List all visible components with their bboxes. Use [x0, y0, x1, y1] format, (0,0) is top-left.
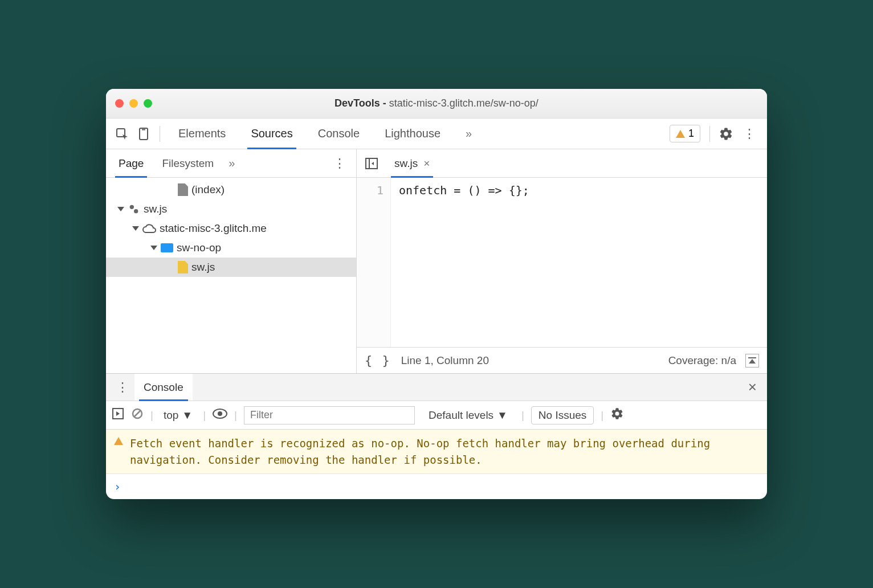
drawer-menu-icon[interactable]: ⋮ [111, 380, 134, 395]
issues-button[interactable]: No Issues [531, 406, 594, 424]
context-selector[interactable]: top ▼ [160, 407, 196, 424]
tree-label: sw-no-op [177, 242, 221, 254]
cloud-icon [142, 223, 156, 234]
separator [160, 126, 160, 142]
gears-icon [128, 203, 140, 215]
tree-worker-swjs[interactable]: sw.js [106, 199, 356, 219]
scroll-to-top-icon[interactable] [745, 354, 759, 368]
expand-icon [150, 246, 157, 250]
levels-selector[interactable]: Default levels ▼ [422, 407, 515, 424]
expand-icon [117, 207, 124, 211]
cursor-position: Line 1, Column 20 [401, 354, 489, 367]
warnings-badge[interactable]: 1 [670, 125, 700, 142]
tab-lighthouse[interactable]: Lighthouse [372, 119, 453, 149]
console-prompt[interactable]: › [106, 474, 767, 499]
editor-tab-swjs[interactable]: sw.js × [389, 149, 435, 177]
tree-folder[interactable]: sw-no-op [106, 238, 356, 258]
more-subtabs-icon[interactable]: » [224, 157, 239, 170]
warning-message-text: Fetch event handler is recognized as no-… [130, 435, 759, 468]
folder-icon [161, 243, 173, 252]
show-navigator-icon[interactable] [361, 153, 382, 174]
navigator-menu-icon[interactable]: ⋮ [328, 156, 352, 171]
sources-navigator: Page Filesystem » ⋮ (index) [106, 149, 357, 373]
window-title: DevTools - static-misc-3.glitch.me/sw-no… [106, 97, 767, 109]
tree-domain[interactable]: static-misc-3.glitch.me [106, 219, 356, 238]
settings-icon[interactable] [716, 124, 736, 144]
close-drawer-icon[interactable]: × [743, 378, 762, 396]
tree-label: sw.js [144, 203, 167, 215]
console-settings-icon[interactable] [610, 407, 624, 423]
file-icon [178, 183, 188, 196]
close-window-button[interactable] [115, 99, 124, 108]
svg-point-11 [218, 411, 222, 416]
close-tab-icon[interactable]: × [423, 157, 430, 170]
editor-statusbar: { } Line 1, Column 20 Coverage: n/a [357, 347, 767, 373]
clear-console-icon[interactable] [131, 407, 144, 423]
more-tabs-icon[interactable]: » [453, 119, 484, 149]
device-toolbar-icon[interactable] [133, 124, 154, 144]
tab-console[interactable]: Console [305, 119, 372, 149]
traffic-lights [115, 99, 152, 108]
live-expression-icon[interactable] [213, 409, 227, 422]
editor-tabs: sw.js × [357, 149, 767, 178]
warning-count: 1 [688, 128, 694, 140]
levels-label: Default levels [429, 409, 493, 422]
tree-file-swjs[interactable]: sw.js [106, 258, 356, 277]
tree-label: (index) [191, 183, 225, 196]
zoom-window-button[interactable] [144, 99, 152, 108]
tab-sources[interactable]: Sources [238, 119, 305, 149]
context-label: top [164, 409, 178, 422]
show-sidebar-icon[interactable] [112, 407, 124, 423]
main-toolbar: Elements Sources Console Lighthouse » 1 … [106, 119, 767, 149]
code-editor[interactable]: 1 onfetch = () => {}; [357, 178, 767, 347]
titlebar: DevTools - static-misc-3.glitch.me/sw-no… [106, 89, 767, 119]
inspect-element-icon[interactable] [112, 124, 132, 144]
expand-icon [132, 226, 139, 231]
panel-tabs: Elements Sources Console Lighthouse » [166, 119, 668, 149]
tree-label: sw.js [191, 261, 215, 273]
drawer-tab-console[interactable]: Console [134, 374, 193, 401]
coverage-status: Coverage: n/a [668, 354, 736, 367]
tree-file-index[interactable]: (index) [106, 180, 356, 199]
line-gutter: 1 [357, 178, 391, 347]
svg-point-3 [130, 205, 134, 209]
separator [709, 126, 710, 142]
drawer-tabs: ⋮ Console × [106, 374, 767, 401]
svg-line-9 [134, 410, 141, 417]
console-toolbar: | top ▼ | | Default levels ▼ | No Issues… [106, 401, 767, 430]
console-warning-row: Fetch event handler is recognized as no-… [106, 430, 767, 474]
navigator-tabs: Page Filesystem » ⋮ [106, 149, 356, 178]
filter-input[interactable] [244, 406, 415, 424]
editor-tab-label: sw.js [394, 157, 418, 170]
chevron-down-icon: ▼ [497, 409, 508, 422]
subtab-filesystem[interactable]: Filesystem [154, 149, 222, 177]
subtab-page[interactable]: Page [111, 149, 152, 177]
chevron-down-icon: ▼ [182, 409, 193, 422]
warning-icon [676, 130, 685, 138]
console-drawer: ⋮ Console × | top ▼ | [106, 373, 767, 499]
tree-label: static-misc-3.glitch.me [160, 222, 267, 235]
code-content: onfetch = () => {}; [391, 178, 537, 347]
kebab-menu-icon[interactable]: ⋮ [737, 126, 761, 141]
svg-point-4 [134, 209, 138, 213]
minimize-window-button[interactable] [129, 99, 138, 108]
js-file-icon [178, 261, 188, 273]
file-tree: (index) sw.js [106, 178, 356, 373]
pretty-print-icon[interactable]: { } [365, 353, 391, 368]
warning-icon [114, 437, 123, 445]
editor-pane: sw.js × 1 onfetch = () => {}; { } Line 1… [357, 149, 767, 373]
devtools-window: DevTools - static-misc-3.glitch.me/sw-no… [106, 89, 767, 499]
tab-elements[interactable]: Elements [166, 119, 238, 149]
